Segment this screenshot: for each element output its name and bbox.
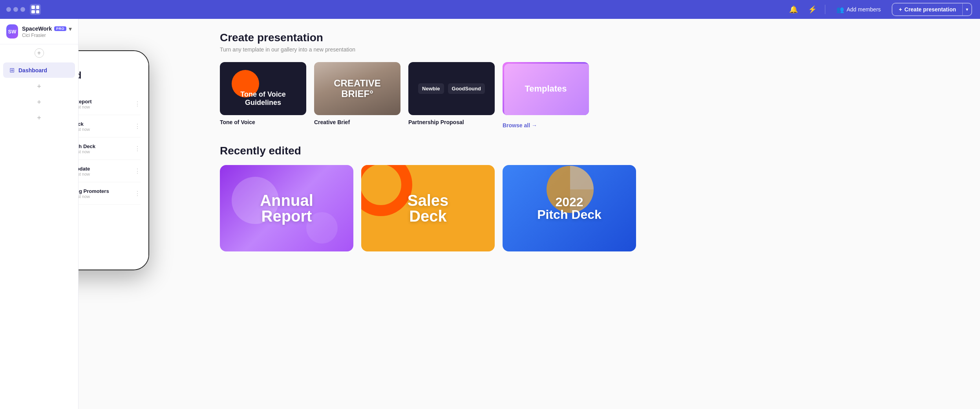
add-section-button[interactable]: + xyxy=(35,48,44,58)
sidebar-plus-3[interactable]: + xyxy=(34,112,45,123)
sidebar: SW SpaceWork PRO ▾ Cici Frasier + ⊞ Dash… xyxy=(0,19,79,409)
window-dot-1 xyxy=(6,7,11,12)
main-content: Create presentation Turn any template in… xyxy=(79,19,980,409)
plus-icon: + xyxy=(899,6,902,13)
cb-thumbnail: CREATIVEBRIEF° xyxy=(314,62,400,115)
browse-all-link[interactable]: Browse all → xyxy=(503,122,537,128)
header-actions: 🔔 ⚡ 👥 Add members + Create presentation … xyxy=(779,0,980,19)
dashboard-icon: ⊞ xyxy=(9,66,15,74)
pp-label: Partnership Proposal xyxy=(408,119,495,125)
add-members-button[interactable]: 👥 Add members xyxy=(832,4,885,16)
notifications-button[interactable]: 🔔 xyxy=(787,3,800,16)
workspace-user: Cici Frasier xyxy=(22,33,72,38)
recently-edited-title: Recently edited xyxy=(220,145,964,157)
sidebar-plus-1[interactable]: + xyxy=(34,81,45,92)
bolt-button[interactable]: ⚡ xyxy=(806,3,819,16)
window-dot-3 xyxy=(20,7,25,12)
create-presentation-label: Create presentation xyxy=(905,6,956,13)
cb-overlay: CREATIVEBRIEF° xyxy=(314,62,400,115)
templates-grid: Tone of VoiceGuidelines Tone of Voice CR… xyxy=(220,62,964,129)
window-controls xyxy=(6,7,25,12)
recently-edited-grid: AnnualReport SalesDeck xyxy=(220,165,964,251)
pro-badge: PRO xyxy=(54,26,66,31)
recent-card-sales[interactable]: SalesDeck xyxy=(361,165,495,251)
workspace-avatar: SW xyxy=(6,24,18,39)
sales-card-text: SalesDeck xyxy=(408,193,449,224)
tov-text: Tone of VoiceGuidelines xyxy=(240,90,285,107)
workspace-name: SpaceWork xyxy=(22,26,52,32)
create-subtitle: Turn any template in our gallery into a … xyxy=(220,46,964,53)
sidebar-plus-2[interactable]: + xyxy=(34,97,45,108)
recent-card-annual[interactable]: AnnualReport xyxy=(220,165,353,251)
sidebar-item-dashboard[interactable]: ⊞ Dashboard xyxy=(3,62,75,78)
workspace-info: SpaceWork PRO ▾ Cici Frasier xyxy=(22,25,72,38)
recent-card-pitch[interactable]: 2022Pitch Deck xyxy=(503,165,636,251)
pitch-card-text: 2022Pitch Deck xyxy=(537,196,602,221)
workspace-header: SW SpaceWork PRO ▾ Cici Frasier xyxy=(0,19,78,44)
tov-thumbnail: Tone of VoiceGuidelines xyxy=(220,62,306,115)
pp-thumbnail: Newbie GoodSound xyxy=(408,62,495,115)
pp-box2: GoodSound xyxy=(448,83,485,94)
template-card-cb[interactable]: CREATIVEBRIEF° Creative Brief xyxy=(314,62,400,125)
sales-donut xyxy=(361,165,412,216)
pp-box1: Newbie xyxy=(418,83,444,94)
sidebar-item-label: Dashboard xyxy=(18,67,47,73)
create-section: Create presentation Turn any template in… xyxy=(220,31,964,251)
template-card-pp[interactable]: Newbie GoodSound Partnership Proposal xyxy=(408,62,495,125)
template-card-tov[interactable]: Tone of VoiceGuidelines Tone of Voice xyxy=(220,62,306,125)
tpl-thumbnail: Templates xyxy=(503,62,589,115)
add-members-label: Add members xyxy=(847,6,881,13)
create-dropdown-button[interactable]: ▾ xyxy=(962,4,971,15)
tpl-text: Templates xyxy=(525,84,567,94)
cb-text: CREATIVEBRIEF° xyxy=(334,78,381,99)
tov-label: Tone of Voice xyxy=(220,119,306,125)
window-dot-2 xyxy=(13,7,18,12)
avatar-initials: SW xyxy=(8,29,16,35)
workspace-dropdown-icon[interactable]: ▾ xyxy=(69,25,72,33)
add-members-icon: 👥 xyxy=(836,6,844,13)
app-grid-icon[interactable] xyxy=(30,4,41,15)
create-title: Create presentation xyxy=(220,31,964,44)
cb-label: Creative Brief xyxy=(314,119,400,125)
annual-card-text: AnnualReport xyxy=(260,193,313,224)
template-card-browse[interactable]: Templates Browse all → xyxy=(503,62,589,129)
create-presentation-button[interactable]: + Create presentation xyxy=(892,4,962,15)
